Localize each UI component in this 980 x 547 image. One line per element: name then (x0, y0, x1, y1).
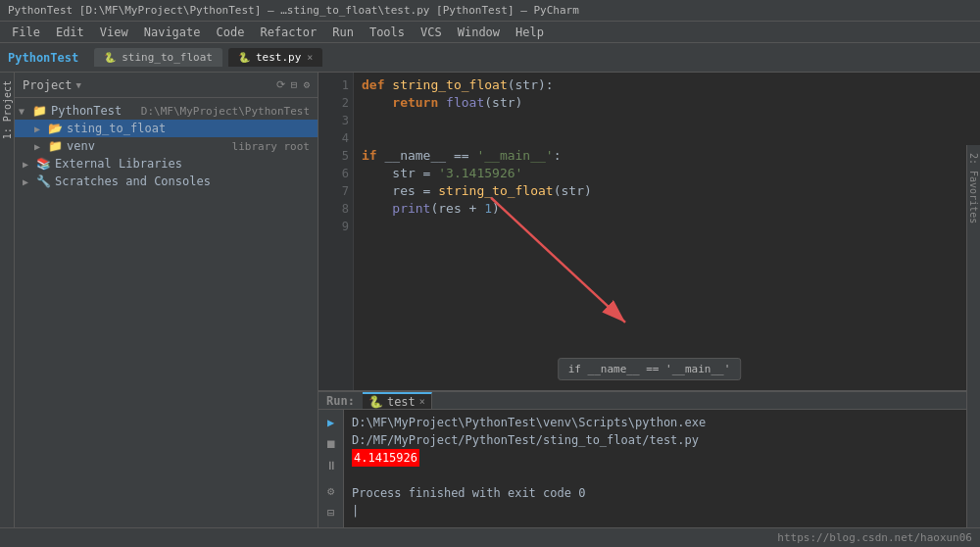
project-tools: ⟳ ⊟ ⚙ (276, 78, 310, 91)
menu-vcs[interactable]: VCS (413, 22, 450, 42)
tab-sting-to-float[interactable]: 🐍 sting_to_float (94, 48, 222, 67)
menu-edit[interactable]: Edit (48, 22, 92, 42)
result-highlight: 4.1415926 (352, 449, 419, 467)
project-sidebar-label[interactable]: 1: Project (0, 73, 15, 147)
run-tabs: Run: 🐍 test × (318, 392, 980, 410)
python-icon-2: 🐍 (238, 52, 250, 63)
tooltip-text: if __name__ == '__main__' (568, 363, 731, 375)
output-result: 4.1415926 (352, 449, 972, 467)
menu-tools[interactable]: Tools (362, 22, 413, 42)
sync-icon[interactable]: ⟳ (276, 78, 285, 91)
right-sidebar: 2: Favorites (966, 145, 980, 527)
tree-item-venv[interactable]: ▶ 📁 venv library root (15, 137, 318, 155)
project-name: PythonTest (8, 51, 78, 65)
code-container: 1 2 3 4 5 6 7 8 9 def string_to_float(st… (318, 73, 980, 390)
run-settings-button[interactable]: ⚙ (322, 482, 340, 500)
python-icon: 🐍 (104, 52, 116, 63)
chevron-icon: ▼ (19, 106, 28, 117)
tree-root-label: PythonTest (51, 104, 133, 118)
tree-sublabel-venv: library root (232, 140, 310, 153)
toolbar: PythonTest 🐍 sting_to_float 🐍 test.py × (0, 43, 980, 73)
chevron-icon-3: ▶ (34, 141, 44, 152)
run-tab-close[interactable]: × (419, 396, 425, 407)
collapse-icon[interactable]: ⊟ (291, 78, 298, 91)
menu-help[interactable]: Help (508, 22, 552, 42)
tree-item-scratches[interactable]: ▶ 🔧 Scratches and Consoles (15, 173, 318, 190)
scratches-icon: 🔧 (36, 174, 51, 188)
tooltip: if __name__ == '__main__' (558, 358, 742, 380)
tree-item-sting-to-float[interactable]: ▶ 📂 sting_to_float (15, 120, 318, 137)
right-tab-2[interactable]: 2: Favorites (966, 145, 980, 231)
tree-label-venv: venv (67, 139, 224, 153)
title-text: PythonTest [D:\MF\MyProject\PythonTest] … (8, 4, 579, 17)
tab-label-2: test.py (256, 51, 301, 64)
run-output: D:\MF\MyProject\PythonTest\venv\Scripts\… (344, 410, 980, 547)
tree-item-root[interactable]: ▼ 📁 PythonTest D:\MF\MyProject\PythonTes… (15, 102, 318, 120)
menu-view[interactable]: View (92, 22, 136, 42)
tree-root-path: D:\MF\MyProject\PythonTest (141, 105, 310, 118)
run-terminal-button[interactable]: ⊟ (322, 504, 340, 522)
project-header: Project ▼ ⟳ ⊟ ⚙ (15, 73, 318, 98)
run-panel: Run: 🐍 test × ▶ ⏹ ⏸ ⚙ ⊟ 🗑 D:\MF\MyProje (318, 390, 980, 547)
lib-icon: 📚 (36, 157, 51, 171)
watermark: https://blog.csdn.net/haoxun06 (777, 531, 972, 544)
chevron-icon-2: ▶ (34, 124, 44, 134)
run-pause-button[interactable]: ⏸ (322, 457, 340, 474)
menu-bar: File Edit View Navigate Code Refactor Ru… (0, 22, 980, 43)
run-tab-icon: 🐍 (368, 395, 383, 409)
folder-icon: 📁 (32, 104, 47, 118)
settings-icon[interactable]: ⚙ (303, 78, 310, 91)
status-bar: https://blog.csdn.net/haoxun06 (0, 527, 980, 547)
menu-code[interactable]: Code (209, 22, 253, 42)
run-label: Run: (326, 394, 355, 408)
tab-label: sting_to_float (122, 51, 213, 64)
tree-label-ext: External Libraries (55, 157, 310, 171)
tab-close-icon[interactable]: × (307, 52, 313, 63)
run-toolbar: ▶ ⏹ ⏸ ⚙ ⊟ 🗑 (318, 410, 344, 547)
main-layout: 1: Project Project ▼ ⟳ ⊟ ⚙ ▼ 📁 PythonTes… (0, 73, 980, 547)
output-exit: Process finished with exit code 0 (352, 484, 972, 502)
chevron-down-icon: ▼ (76, 80, 81, 90)
run-stop-button[interactable]: ⏹ (322, 435, 340, 453)
run-content: ▶ ⏹ ⏸ ⚙ ⊟ 🗑 D:\MF\MyProject\PythonTest\v… (318, 410, 980, 547)
menu-file[interactable]: File (4, 22, 48, 42)
tree-label-scratches: Scratches and Consoles (55, 174, 310, 188)
menu-window[interactable]: Window (450, 22, 508, 42)
menu-refactor[interactable]: Refactor (252, 22, 324, 42)
chevron-icon-4: ▶ (23, 159, 32, 170)
menu-navigate[interactable]: Navigate (136, 22, 209, 42)
left-sidebar: 1: Project (0, 73, 15, 547)
folder-icon-3: 📁 (48, 139, 63, 153)
folder-icon-2: 📂 (48, 122, 63, 135)
menu-run[interactable]: Run (324, 22, 362, 42)
title-bar: PythonTest [D:\MF\MyProject\PythonTest] … (0, 0, 980, 22)
run-tab-test[interactable]: 🐍 test × (363, 392, 432, 409)
tab-test-py[interactable]: 🐍 test.py × (228, 48, 322, 67)
project-dropdown-label[interactable]: Project (23, 78, 73, 92)
run-tab-label: test (387, 395, 416, 409)
project-tree: ▼ 📁 PythonTest D:\MF\MyProject\PythonTes… (15, 98, 318, 547)
project-panel: Project ▼ ⟳ ⊟ ⚙ ▼ 📁 PythonTest D:\MF\MyP… (15, 73, 318, 547)
project-title: Project ▼ (23, 78, 81, 92)
tree-label-sting: sting_to_float (67, 122, 310, 135)
chevron-icon-5: ▶ (23, 176, 32, 187)
output-command: D:\MF\MyProject\PythonTest\venv\Scripts\… (352, 414, 972, 449)
code-editor[interactable]: def string_to_float(str): return float(s… (354, 73, 980, 390)
line-numbers: 1 2 3 4 5 6 7 8 9 (318, 73, 354, 390)
editor-area: 1 2 3 4 5 6 7 8 9 def string_to_float(st… (318, 73, 980, 547)
tree-item-ext-libs[interactable]: ▶ 📚 External Libraries (15, 155, 318, 173)
run-play-button[interactable]: ▶ (322, 414, 340, 431)
output-caret: | (352, 502, 972, 520)
